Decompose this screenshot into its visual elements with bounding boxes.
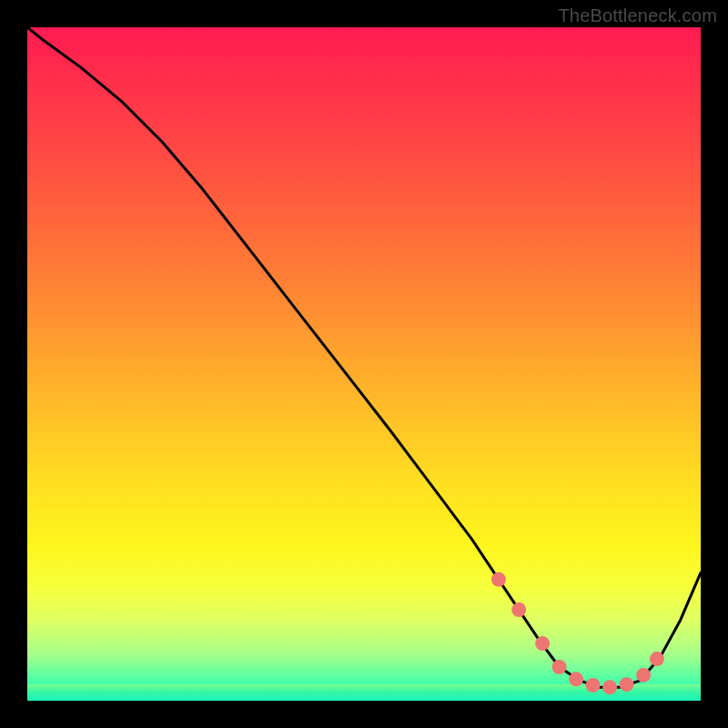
marker-point [650, 652, 664, 666]
marker-point [535, 636, 550, 651]
marker-point [636, 668, 651, 682]
curve-markers [491, 572, 664, 694]
marker-point [602, 680, 617, 694]
plot-area [27, 27, 701, 701]
marker-point [511, 602, 526, 617]
marker-point [569, 672, 583, 686]
marker-point [586, 678, 601, 693]
chart-frame: TheBottleneck.com [0, 0, 728, 728]
marker-point [620, 677, 634, 692]
marker-point [552, 660, 567, 674]
marker-point [491, 572, 506, 587]
curve-layer [27, 27, 701, 701]
bottleneck-curve [27, 27, 701, 687]
watermark-text: TheBottleneck.com [558, 5, 717, 26]
